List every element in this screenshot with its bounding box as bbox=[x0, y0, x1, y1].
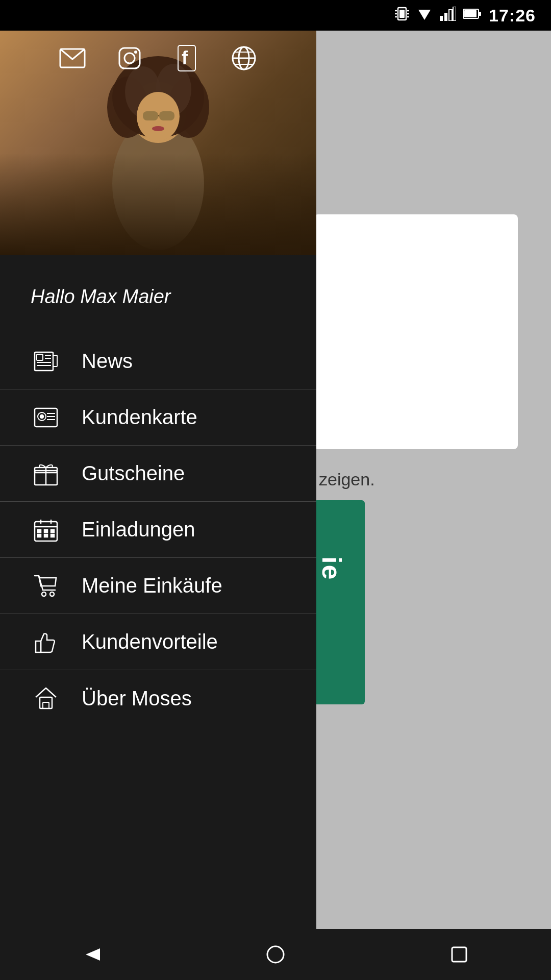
menu-item-gutscheine[interactable]: Gutscheine bbox=[0, 446, 316, 502]
home-button[interactable] bbox=[255, 934, 296, 975]
gift-icon bbox=[31, 458, 61, 489]
menu-label-uber-moses: Über Moses bbox=[82, 687, 192, 710]
vibrate-icon bbox=[395, 6, 409, 26]
instagram-icon[interactable] bbox=[116, 45, 143, 71]
svg-rect-9 bbox=[440, 16, 443, 21]
bg-green-button bbox=[314, 500, 365, 704]
menu-item-meine-einkaeufe[interactable]: Meine Einkäufe bbox=[0, 558, 316, 614]
hero-image: f bbox=[0, 31, 316, 255]
svg-rect-59 bbox=[38, 530, 41, 532]
menu-label-kundenvorteile: Kundenvorteile bbox=[82, 630, 218, 653]
svg-point-70 bbox=[267, 946, 284, 963]
kundenkarte-icon bbox=[31, 402, 61, 433]
bg-partial-text: zeigen. bbox=[319, 470, 375, 489]
status-icons: 17:26 bbox=[395, 6, 536, 26]
svg-rect-68 bbox=[43, 702, 49, 708]
thumbsup-icon bbox=[31, 627, 61, 657]
svg-rect-11 bbox=[449, 10, 452, 21]
svg-point-19 bbox=[134, 51, 137, 54]
menu-item-uber-moses[interactable]: Über Moses bbox=[0, 670, 316, 726]
svg-rect-15 bbox=[479, 12, 481, 16]
bottom-nav bbox=[0, 929, 551, 980]
greeting-text: Hallo Max Maier bbox=[0, 255, 316, 333]
recents-button[interactable] bbox=[439, 934, 480, 975]
menu-label-einladungen: Einladungen bbox=[82, 518, 195, 541]
menu-label-kundenkarte: Kundenkarte bbox=[82, 406, 197, 429]
battery-icon bbox=[463, 7, 482, 23]
svg-rect-14 bbox=[464, 10, 477, 17]
svg-rect-36 bbox=[159, 111, 174, 120]
svg-rect-40 bbox=[37, 354, 43, 360]
social-icons-row: f bbox=[0, 45, 316, 71]
svg-rect-12 bbox=[453, 7, 456, 21]
menu-item-einladungen[interactable]: Einladungen bbox=[0, 502, 316, 558]
news-icon bbox=[31, 346, 61, 377]
email-icon[interactable] bbox=[59, 45, 86, 71]
bg-green-text: ie bbox=[316, 556, 347, 580]
cart-icon bbox=[31, 571, 61, 601]
side-drawer: f bbox=[0, 31, 316, 980]
svg-rect-10 bbox=[444, 13, 447, 21]
home-icon bbox=[31, 683, 61, 714]
svg-marker-8 bbox=[418, 10, 431, 20]
svg-rect-62 bbox=[38, 534, 41, 537]
facebook-icon[interactable]: f bbox=[173, 45, 200, 71]
svg-marker-69 bbox=[86, 948, 100, 961]
menu-item-kundenkarte[interactable]: Kundenkarte bbox=[0, 389, 316, 446]
menu-label-gutscheine: Gutscheine bbox=[82, 462, 185, 485]
svg-rect-64 bbox=[51, 534, 54, 537]
svg-point-65 bbox=[42, 592, 46, 596]
svg-rect-1 bbox=[399, 10, 405, 18]
menu-item-kundenvorteile[interactable]: Kundenvorteile bbox=[0, 614, 316, 670]
menu-item-news[interactable]: News bbox=[0, 333, 316, 389]
grass-overlay bbox=[0, 153, 316, 255]
svg-point-18 bbox=[124, 53, 135, 63]
svg-rect-63 bbox=[44, 534, 47, 537]
svg-point-38 bbox=[152, 126, 164, 131]
svg-point-48 bbox=[40, 415, 43, 418]
svg-rect-61 bbox=[51, 530, 54, 532]
svg-point-66 bbox=[50, 592, 54, 596]
signal-icon bbox=[440, 7, 456, 24]
web-icon[interactable] bbox=[231, 45, 257, 71]
svg-text:f: f bbox=[182, 47, 188, 68]
calendar-icon bbox=[31, 514, 61, 545]
menu-list: News Kundenkarte bbox=[0, 333, 316, 980]
svg-rect-71 bbox=[452, 947, 466, 962]
back-button[interactable] bbox=[71, 934, 112, 975]
menu-label-meine-einkaeufe: Meine Einkäufe bbox=[82, 574, 222, 597]
menu-label-news: News bbox=[82, 350, 133, 373]
svg-rect-35 bbox=[143, 111, 158, 120]
svg-rect-60 bbox=[44, 530, 47, 532]
wifi-icon bbox=[416, 7, 433, 24]
bg-white-card bbox=[314, 214, 518, 449]
status-bar: 17:26 bbox=[0, 0, 551, 31]
status-time: 17:26 bbox=[489, 6, 536, 26]
